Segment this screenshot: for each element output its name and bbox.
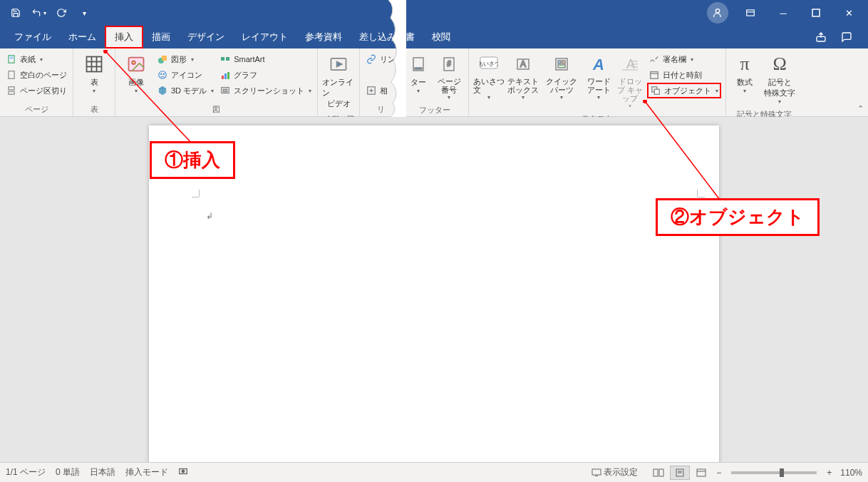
comments-icon[interactable] [834,31,859,43]
zoom-level[interactable]: 110% [840,468,862,478]
undo-button[interactable]: ▾ [29,4,48,21]
svg-point-21 [163,73,164,74]
status-mode[interactable]: 挿入モード [125,466,168,478]
ribbon-display-button[interactable] [734,1,767,24]
wordart-button[interactable]: A ワード アート▾ [583,50,614,103]
datetime-button[interactable]: 日付と時刻 [647,67,721,83]
svg-rect-8 [9,87,14,90]
svg-text:#: # [447,60,451,68]
equation-label: 数式 [737,77,753,88]
group-symbols: π 数式▾ Ω 記号と 特殊文字▾ 記号と特殊文字 [726,48,802,117]
svg-marker-30 [337,62,342,67]
table-button[interactable]: 表▾ [76,50,112,97]
chart-button[interactable]: グラフ [218,67,313,83]
view-web-button[interactable] [691,466,711,480]
tab-design[interactable]: デザイン [179,26,233,48]
xref-label: 相 [380,86,388,96]
svg-text:A: A [520,59,526,69]
svg-rect-22 [221,57,224,61]
minimize-button[interactable]: ─ [767,1,800,24]
equation-button[interactable]: π 数式▾ [729,50,760,97]
group-illustrations: 画像▾ 図形 アイコン 3D モデル SmartArt グラフ スクリーンショッ… [115,48,318,117]
svg-text:あいさつ: あいさつ [480,61,498,67]
page-break-button[interactable]: ページ区切り [4,83,68,98]
xref-button[interactable]: 相 [364,83,397,98]
ribbon-tabs: ファイル ホーム 挿入 描画 デザイン レイアウト 参考資料 差し込み文書 校閲 [0,26,868,48]
svg-rect-53 [654,89,659,94]
svg-rect-6 [10,57,14,59]
status-display-settings[interactable]: 表示設定 [591,466,638,478]
blank-page-label: 空白のページ [20,70,67,81]
svg-rect-62 [653,469,658,476]
status-words[interactable]: 0 単語 [56,466,80,478]
signature-label: 署名欄 [663,54,686,65]
symbol-label-1: 記号と [768,77,792,88]
status-lang[interactable]: 日本語 [90,466,115,478]
zoom-out-button[interactable]: − [712,468,725,478]
svg-rect-67 [697,469,706,476]
dropcap-label: ドロップ キャップ [616,77,644,103]
tab-review[interactable]: 校閲 [423,26,459,48]
tab-references[interactable]: 参考資料 [296,26,351,48]
blank-page-button[interactable]: 空白のページ [4,67,68,83]
redo-button[interactable] [51,4,71,21]
link-button[interactable]: リン [364,51,397,67]
svg-rect-5 [9,56,14,63]
svg-point-59 [182,470,185,473]
svg-rect-7 [9,71,14,79]
group-table: 表▾ 表 [73,48,115,117]
zoom-in-button[interactable]: + [822,468,836,478]
svg-rect-28 [224,89,227,92]
tab-mailings[interactable]: 差し込み文書 [351,26,423,48]
cover-page-button[interactable]: 表紙 [4,51,68,67]
tab-file[interactable]: ファイル [6,26,60,48]
tab-insert[interactable]: 挿入 [105,26,143,48]
tab-layout[interactable]: レイアウト [233,26,296,48]
page-number-button[interactable]: # ページ番号▾ [433,50,465,103]
quickparts-button[interactable]: クイック パーツ▾ [540,50,583,103]
signature-button[interactable]: 署名欄 [647,51,721,67]
titlebar: ▾ ▾ ─ ✕ [0,0,868,26]
document-area[interactable]: ↲ [0,117,868,462]
greeting-label: あいさつ文 [473,77,505,94]
close-button[interactable]: ✕ [832,1,865,24]
status-page[interactable]: 1/1 ページ [6,466,46,478]
screenshot-button[interactable]: スクリーンショット [218,83,313,98]
save-button[interactable] [6,4,26,21]
svg-rect-3 [812,9,820,16]
status-macro-icon[interactable] [178,466,188,478]
svg-rect-24 [222,76,224,79]
group-links-label: リ [363,103,398,117]
3dmodel-button[interactable]: 3D モデル [155,83,215,98]
textbox-button[interactable]: A テキストボックス▾ [506,50,540,103]
symbol-button[interactable]: Ω 記号と 特殊文字▾ [760,50,799,108]
share-icon[interactable] [808,31,834,43]
symbol-label-2: 特殊文字 [764,88,795,98]
group-links: リン 相 リ [360,48,401,117]
maximize-button[interactable] [800,1,832,24]
online-video-button[interactable]: オンライン ビデオ [321,50,356,112]
tab-draw[interactable]: 描画 [143,26,179,48]
dropcap-button[interactable]: A ドロップ キャップ▾ [614,50,646,112]
svg-rect-43 [558,65,565,68]
footer-label: ター [410,77,426,88]
footer-button[interactable]: ター▾ [404,50,433,97]
icons-button[interactable]: アイコン [155,67,215,83]
object-button[interactable]: オブジェクト [647,83,721,98]
svg-rect-23 [226,57,229,61]
view-print-button[interactable] [670,466,690,480]
shapes-button[interactable]: 図形 [155,51,215,67]
group-hf-label: フッター [404,103,465,118]
tab-home[interactable]: ホーム [60,26,105,48]
quick-access-toolbar: ▾ ▾ [6,4,94,21]
smartart-button[interactable]: SmartArt [218,51,313,67]
account-icon[interactable] [707,2,728,24]
svg-point-16 [132,61,135,64]
qat-customize[interactable]: ▾ [74,4,94,21]
greeting-button[interactable]: あいさつ あいさつ文▾ [472,50,506,103]
group-pages: 表紙 空白のページ ページ区切り ページ [0,48,73,117]
zoom-slider[interactable] [731,471,817,474]
image-button[interactable]: 画像▾ [118,50,154,97]
view-read-button[interactable] [649,466,668,480]
collapse-ribbon-icon[interactable]: ⌃ [857,104,864,113]
